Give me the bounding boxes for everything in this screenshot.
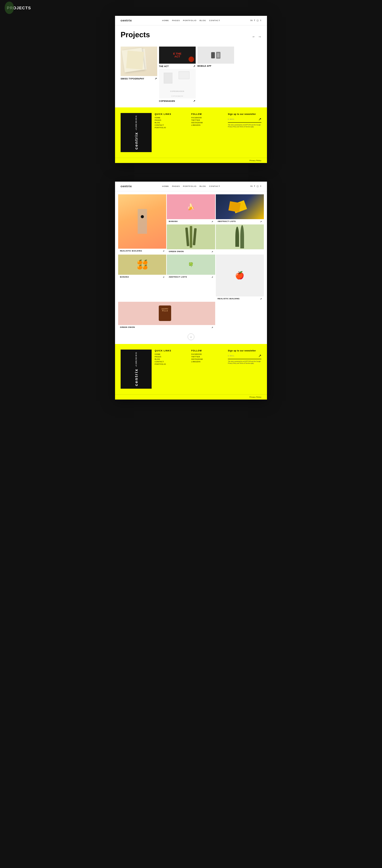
nav2-pages[interactable]: PAGES xyxy=(172,185,180,187)
footer-instagram[interactable]: INSTAGRAM xyxy=(191,122,225,124)
twitter-icon[interactable]: t xyxy=(261,19,262,22)
twitter2-icon[interactable]: t xyxy=(261,185,262,187)
img-oranges: 🍊🍊🍊🍊 xyxy=(118,254,166,275)
load-more-section: ↓ xyxy=(115,330,267,344)
project-label-swiss: SWISS TYPOGRAPHY ↗ xyxy=(120,77,157,80)
portfolio-oranges[interactable]: 🍊🍊🍊🍊 BANANA ↗ xyxy=(118,254,166,279)
footer-ql-pages[interactable]: PAGES xyxy=(155,119,188,121)
img-clover: 🍀 xyxy=(167,254,215,275)
arrow-happy-pills[interactable]: ↗ xyxy=(211,326,213,329)
facebook-icon[interactable]: f xyxy=(254,19,255,22)
nav2-contact[interactable]: CONTACT xyxy=(209,185,220,187)
project-arrow-act[interactable]: ↗ xyxy=(193,65,196,68)
portfolio-apple[interactable]: 🍎 REALISTIC BUILDING ↗ xyxy=(216,254,264,301)
project-mobile-app[interactable]: MOBILE APP xyxy=(198,46,234,102)
footer-follow-1: Follow FACEBOOK TWITTER INSTAGRAM LINKED… xyxy=(191,113,225,152)
arrow-oranges[interactable]: ↗ xyxy=(163,276,165,278)
arrow-banana[interactable]: ↗ xyxy=(211,220,213,223)
nav-home[interactable]: HOME xyxy=(162,20,169,22)
privacy-policy-link-1[interactable]: Privacy Policy xyxy=(250,160,262,161)
project-arrow-swiss[interactable]: ↗ xyxy=(155,77,157,80)
footer-2: +3 (420) 521 60 21 centrix Quick Links H… xyxy=(115,344,267,394)
label-oranges: BANANA ↗ xyxy=(118,275,166,279)
footer-linkedin[interactable]: LINKEDIN xyxy=(191,124,225,126)
label-abstract: ABSTRACT LISTS ↗ xyxy=(216,219,264,224)
project-label-act: THE ACT ↗ xyxy=(159,65,196,68)
nav-portfolio[interactable]: PORTFOLIO xyxy=(183,20,197,22)
next-arrow[interactable]: → xyxy=(258,35,262,38)
project-image-swiss xyxy=(120,46,157,76)
portfolio-abstract-lists[interactable]: ABSTRACT LISTS ↗ xyxy=(216,194,264,224)
footer2-ql-contact[interactable]: CONTACT xyxy=(155,361,188,363)
prev-arrow[interactable]: ← xyxy=(252,35,255,38)
label-building: REALISTIC BUILDING ↗ xyxy=(118,249,166,253)
nav-logo-2[interactable]: centrix xyxy=(120,185,132,188)
footer2-ql-blog[interactable]: BLOG xyxy=(155,358,188,360)
footer-quick-links-2: Quick Links HOME PAGES BLOG CONTACT PORT… xyxy=(155,349,188,389)
instagram2-icon[interactable]: ◻ xyxy=(257,185,259,187)
footer-submit-1[interactable]: ↗ xyxy=(258,117,262,121)
footer2-twitter[interactable]: TWITTER xyxy=(191,356,225,358)
footer-email-placeholder-2: E-MAIL xyxy=(228,355,258,357)
linkedin-icon[interactable]: in xyxy=(250,19,253,22)
instagram-icon[interactable]: ◻ xyxy=(257,19,259,22)
project-swiss-typography[interactable]: SWISS TYPOGRAPHY ↗ xyxy=(120,46,157,102)
linkedin2-icon[interactable]: in xyxy=(250,185,253,187)
footer-email-row-2: E-MAIL ↗ xyxy=(228,353,262,359)
nav-blog[interactable]: BLOG xyxy=(200,20,206,22)
nav-contact[interactable]: CONTACT xyxy=(209,20,220,22)
portfolio-leaves[interactable] xyxy=(216,224,264,254)
nav2-home[interactable]: HOME xyxy=(162,185,169,187)
project-arrow-copenhagen[interactable]: ↗ xyxy=(193,100,196,102)
nav2-portfolio[interactable]: PORTFOLIO xyxy=(183,185,197,187)
portfolio-clover[interactable]: 🍀 ABSTRACT LISTS ↗ xyxy=(167,254,215,279)
portfolio-happy-pills[interactable]: HAPPYPILLS GREEN ONION ↗ xyxy=(118,302,215,330)
browser-window-2: centrix HOME PAGES PORTFOLIO BLOG CONTAC… xyxy=(115,182,267,400)
footer2-linkedin[interactable]: LINKEDIN xyxy=(191,361,225,363)
footer-phone-2: +3 (420) 521 60 21 xyxy=(136,352,137,367)
load-more-button[interactable]: ↓ xyxy=(187,333,195,340)
nav-links-1: HOME PAGES PORTFOLIO BLOG CONTACT xyxy=(162,20,220,22)
footer-follow-title-1: Follow xyxy=(191,113,225,115)
footer-ql-title-1: Quick Links xyxy=(155,113,188,115)
act-text: E THEACT xyxy=(173,53,181,58)
footer-ql-blog[interactable]: BLOG xyxy=(155,122,188,124)
footer-nl-title-2: Sign up to our newsletter xyxy=(228,349,262,352)
footer-ql-portfolio[interactable]: PORTFOLIO xyxy=(155,127,188,128)
footer2-facebook[interactable]: FACEBOOK xyxy=(191,353,225,355)
arrow-building[interactable]: ↗ xyxy=(163,250,165,252)
nav-logo-1[interactable]: centrix xyxy=(120,19,132,22)
nav-pages[interactable]: PAGES xyxy=(172,20,180,22)
footer-ql-contact[interactable]: CONTACT xyxy=(155,124,188,126)
footer-facebook[interactable]: FACEBOOK xyxy=(191,117,225,119)
privacy-policy-link-2[interactable]: Privacy Policy xyxy=(250,396,262,398)
facebook2-icon[interactable]: f xyxy=(254,185,255,187)
portfolio-green-onion[interactable]: GREEN ONION ↗ xyxy=(167,224,215,254)
arrow-clover[interactable]: ↗ xyxy=(211,276,213,278)
arrow-green-onion[interactable]: ↗ xyxy=(211,251,213,253)
arrow-apple[interactable]: ↗ xyxy=(260,298,262,300)
footer2-ql-pages[interactable]: PAGES xyxy=(155,356,188,358)
footer-newsletter-1: Sign up to our newsletter E-MAIL ↗ This … xyxy=(228,113,262,152)
nav-bar-1: centrix HOME PAGES PORTFOLIO BLOG CONTAC… xyxy=(115,16,267,26)
nav2-blog[interactable]: BLOG xyxy=(200,185,206,187)
portfolio-realistic-building[interactable]: REALISTIC BUILDING ↗ xyxy=(118,194,166,254)
footer-follow-title-2: Follow xyxy=(191,349,225,352)
img-banana: 🍌 xyxy=(167,194,215,219)
project-label-mobile: MOBILE APP xyxy=(198,65,234,67)
img-building xyxy=(118,194,166,249)
footer-email-row-1: E-MAIL ↗ xyxy=(228,117,262,123)
label-apple: REALISTIC BUILDING ↗ xyxy=(216,297,264,301)
footer-submit-2[interactable]: ↗ xyxy=(258,353,262,358)
footer-twitter[interactable]: TWITTER xyxy=(191,119,225,121)
footer2-ql-home[interactable]: HOME xyxy=(155,353,188,355)
footer-ql-home[interactable]: HOME xyxy=(155,117,188,119)
footer-privacy-2: This site is protected by reCAPTCHA and … xyxy=(228,361,262,365)
nav-links-2: HOME PAGES PORTFOLIO BLOG CONTACT xyxy=(162,185,220,187)
arrow-abstract[interactable]: ↗ xyxy=(260,220,262,223)
footer2-instagram[interactable]: INSTAGRAM xyxy=(191,358,225,360)
footer2-ql-portfolio[interactable]: PORTFOLIO xyxy=(155,363,188,365)
portfolio-banana[interactable]: 🍌 BANANA ↗ xyxy=(167,194,215,224)
project-the-act[interactable]: E THEACT THE ACT ↗ COPENHAGEN xyxy=(159,46,196,102)
projects-heading: Projects xyxy=(120,30,150,39)
